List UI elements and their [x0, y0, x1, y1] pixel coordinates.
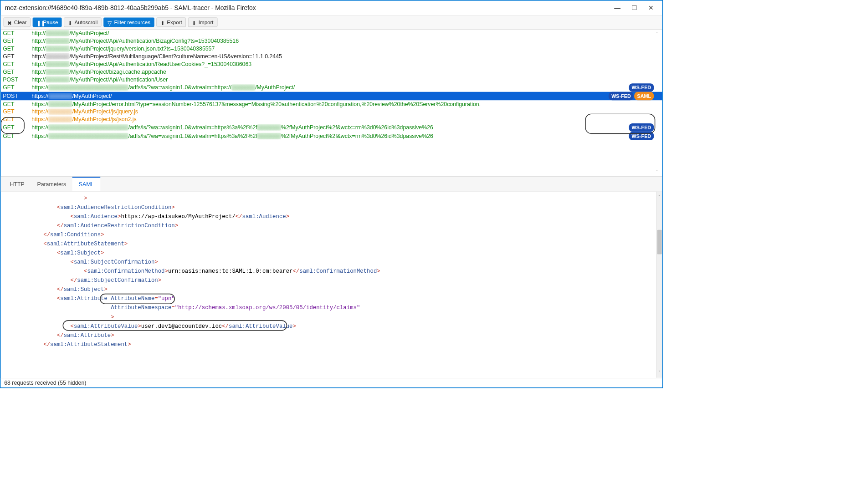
xml-line: </saml:Conditions> — [3, 231, 660, 240]
status-text: 68 requests received (55 hidden) — [4, 380, 86, 386]
request-scrollbar[interactable]: ˄ ˅ — [656, 30, 661, 177]
request-method: GET — [3, 84, 31, 92]
filter-icon: ▽ — [108, 20, 112, 25]
clear-label: Clear — [14, 19, 27, 25]
request-row[interactable]: GEThttp://xxxxxxxx/MyAuthProject/Api/Aut… — [1, 37, 662, 45]
xml-line: > — [3, 313, 660, 322]
pause-icon: ❚❚ — [36, 20, 41, 25]
request-badges: WS-FED — [629, 123, 660, 132]
toolbar: ✖ Clear ❚❚ Pause ⬇ Autoscroll ▽ Filter r… — [1, 15, 662, 30]
chevron-down-icon[interactable]: ˅ — [656, 168, 658, 176]
request-url: http://xxxxxxxx/MyAuthProject/ — [31, 30, 654, 37]
request-method: GET — [3, 30, 31, 37]
chevron-down-icon[interactable]: ˅ — [656, 368, 662, 377]
window-titlebar: moz-extension://f4689e40-f89a-489b-8012-… — [1, 1, 662, 15]
request-method: GET — [3, 60, 31, 68]
request-url: https://xxxxxxxxxxxxxxxxxxxxxxxxxxxx/adf… — [31, 132, 629, 140]
statusbar: 68 requests received (55 hidden) — [1, 378, 662, 387]
download-icon: ⬇ — [68, 20, 72, 25]
request-row[interactable]: GEThttps://xxxxxxxxxxxxxxxxxxxxxxxxxxxx/… — [1, 132, 662, 140]
wsfed-badge: WS-FED — [629, 123, 654, 132]
x-icon: ✖ — [7, 20, 12, 25]
request-method: GET — [3, 116, 31, 123]
request-url: https://xxxxxxxx/MyAuthProject/js/json2.… — [31, 116, 654, 123]
maximize-button[interactable]: ☐ — [630, 4, 638, 12]
request-method: POST — [3, 76, 31, 83]
request-row[interactable]: GEThttp://xxxxxxxx/MyAuthProject/bizagi.… — [1, 68, 662, 76]
chevron-up-icon[interactable]: ˄ — [656, 192, 662, 201]
request-row[interactable]: GEThttps://xxxxxxxx/MyAuthProject/js/jqu… — [1, 108, 662, 116]
wsfed-badge: WS-FED — [629, 83, 654, 92]
request-method: GET — [3, 100, 31, 108]
tab-saml[interactable]: SAML — [72, 177, 100, 191]
request-url: http://xxxxxxxx/MyAuthProject/Rest/Multi… — [31, 53, 654, 61]
pause-label: Pause — [43, 19, 58, 25]
request-list[interactable]: ˄ ˅ GEThttp://xxxxxxxx/MyAuthProject/GET… — [1, 30, 662, 177]
request-url: https://xxxxxxxx/MyAuthProject/error.htm… — [31, 100, 654, 108]
wsfed-badge: WS-FED — [609, 92, 634, 100]
request-row[interactable]: GEThttp://xxxxxxxx/MyAuthProject/ — [1, 30, 662, 37]
request-row[interactable]: GEThttps://xxxxxxxxxxxxxxxxxxxxxxxxxxxx/… — [1, 83, 662, 92]
request-method: GET — [3, 132, 31, 140]
detail-scrollbar[interactable]: ˄ ˅ — [656, 191, 662, 378]
request-method: GET — [3, 124, 31, 132]
xml-line: <saml:Audience>https://wp-daisukeo/MyAut… — [3, 213, 660, 222]
xml-line: <saml:SubjectConfirmation> — [3, 258, 660, 267]
xml-line: <saml:AttributeStatement> — [3, 240, 660, 249]
autoscroll-button[interactable]: ⬇ Autoscroll — [64, 18, 101, 27]
window-controls: — ☐ ✕ — [613, 4, 660, 12]
request-url: https://xxxxxxxxxxxxxxxxxxxxxxxxxxxx/adf… — [31, 84, 629, 92]
request-row[interactable]: GEThttps://xxxxxxxx/MyAuthProject/js/jso… — [1, 116, 662, 123]
import-label: Import — [199, 19, 214, 25]
request-row[interactable]: GEThttp://xxxxxxxx/MyAuthProject/jquery/… — [1, 45, 662, 53]
import-icon: ⬇ — [192, 20, 196, 25]
request-method: GET — [3, 108, 31, 116]
export-button[interactable]: ⬆ Export — [156, 18, 186, 27]
filter-label: Filter resources — [114, 19, 150, 25]
request-method: GET — [3, 45, 31, 53]
request-row[interactable]: GEThttps://xxxxxxxx/MyAuthProject/error.… — [1, 100, 662, 108]
request-method: GET — [3, 37, 31, 45]
chevron-up-icon[interactable]: ˄ — [656, 30, 658, 38]
request-url: https://xxxxxxxxxxxxxxxxxxxxxxxxxxxx/adf… — [31, 124, 629, 132]
detail-tabs: HTTP Parameters SAML — [1, 177, 662, 191]
request-row[interactable]: GEThttp://xxxxxxxx/MyAuthProject/Api/Aut… — [1, 60, 662, 68]
filter-button[interactable]: ▽ Filter resources — [103, 18, 154, 27]
request-badges: WS-FED — [629, 83, 660, 92]
request-row[interactable]: POSThttps://xxxxxxxx/MyAuthProject/WS-FE… — [1, 92, 662, 100]
request-url: http://xxxxxxxx/MyAuthProject/jquery/ver… — [31, 45, 654, 53]
xml-line: </saml:SubjectConfirmation> — [3, 276, 660, 285]
tab-parameters[interactable]: Parameters — [31, 177, 72, 191]
request-badges: WS-FEDSAML — [609, 92, 660, 100]
saml-detail-pane[interactable]: > <saml:AudienceRestrictionCondition> <s… — [1, 191, 662, 378]
xml-line: <saml:Subject> — [3, 249, 660, 258]
request-url: http://xxxxxxxx/MyAuthProject/Api/Authen… — [31, 76, 654, 83]
import-button[interactable]: ⬇ Import — [188, 18, 217, 27]
export-label: Export — [167, 19, 182, 25]
xml-line: <saml:AudienceRestrictionCondition> — [3, 204, 660, 213]
request-url: http://xxxxxxxx/MyAuthProject/bizagi.cac… — [31, 68, 654, 76]
xml-line: </saml:Attribute> — [3, 331, 660, 340]
xml-line: </saml:Subject> — [3, 285, 660, 295]
request-method: GET — [3, 53, 31, 61]
request-url: http://xxxxxxxx/MyAuthProject/Api/Authen… — [31, 37, 654, 45]
request-url: https://xxxxxxxx/MyAuthProject/ — [31, 92, 609, 100]
pause-button[interactable]: ❚❚ Pause — [33, 18, 62, 27]
request-url: https://xxxxxxxx/MyAuthProject/js/jquery… — [31, 108, 654, 116]
request-method: GET — [3, 68, 31, 76]
xml-line: AttributeNamespace="http://schemas.xmlso… — [3, 304, 660, 313]
close-button[interactable]: ✕ — [647, 4, 655, 12]
xml-line: </saml:AudienceRestrictionCondition> — [3, 222, 660, 231]
minimize-button[interactable]: — — [613, 4, 621, 12]
tab-http[interactable]: HTTP — [4, 177, 31, 191]
request-row[interactable]: POSThttp://xxxxxxxx/MyAuthProject/Api/Au… — [1, 76, 662, 83]
xml-line: <saml:ConfirmationMethod>urn:oasis:names… — [3, 267, 660, 276]
xml-line: <saml:AttributeValue>user.dev1@accountde… — [3, 322, 660, 331]
scrollbar-thumb[interactable] — [657, 230, 661, 255]
request-row[interactable]: GEThttp://xxxxxxxx/MyAuthProject/Rest/Mu… — [1, 53, 662, 61]
window-title: moz-extension://f4689e40-f89a-489b-8012-… — [4, 2, 257, 14]
wsfed-badge: WS-FED — [629, 132, 654, 140]
request-row[interactable]: GEThttps://xxxxxxxxxxxxxxxxxxxxxxxxxxxx/… — [1, 123, 662, 132]
xml-line: </saml:AttributeStatement> — [3, 340, 660, 349]
clear-button[interactable]: ✖ Clear — [4, 18, 31, 27]
